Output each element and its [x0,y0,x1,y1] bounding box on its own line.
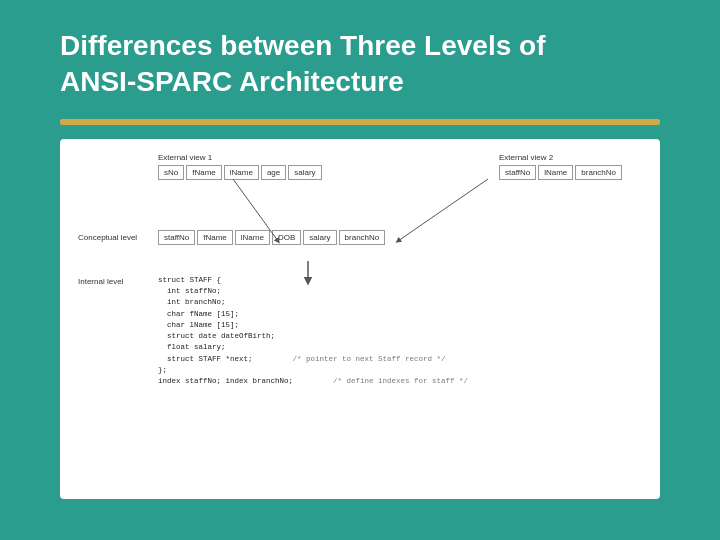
field-fName-c: fName [197,230,233,245]
field-lName: lName [224,165,259,180]
code-line-5: char lName [15]; [158,320,468,331]
code-block: struct STAFF { int staffNo; int branchNo… [158,275,468,388]
gold-bar [60,119,660,125]
ext-view2: External view 2 staffNo lName branchNo [499,153,622,180]
diagram: External view 1 sNo fName lName age sala… [78,153,642,485]
code-line-1: struct STAFF { [158,275,468,286]
ext-view1: External view 1 sNo fName lName age sala… [158,153,322,180]
conceptual-fields: staffNo fName lName DOB salary branchNo [158,230,385,245]
content-box: External view 1 sNo fName lName age sala… [60,139,660,499]
field-staffNo-c: staffNo [158,230,195,245]
field-lName-v2: lName [538,165,573,180]
code-line-7: float salary; [158,342,468,353]
field-branchNo-c: branchNo [339,230,386,245]
code-line-6: struct date dateOfBirth; [158,331,468,342]
internal-row: Internal level struct STAFF { int staffN… [78,275,642,388]
code-line-8: struct STAFF *next; [158,354,253,365]
ext-view1-fields: sNo fName lName age salary [158,165,322,180]
slide-container: Differences between Three Levels of ANSI… [0,0,720,540]
ext-views-row: External view 1 sNo fName lName age sala… [78,153,642,180]
field-fName: fName [186,165,222,180]
field-branchNo-v2: branchNo [575,165,622,180]
title-line1: Differences between Three Levels of [60,30,546,61]
ext-view1-label: External view 1 [158,153,212,162]
field-staffNo-v2: staffNo [499,165,536,180]
arrow-spacer [78,251,642,275]
slide-title: Differences between Three Levels of ANSI… [60,28,660,101]
field-DOB: DOB [272,230,301,245]
ext-view2-label: External view 2 [499,153,553,162]
code-line-10: index staffNo; index branchNo; [158,376,293,387]
field-age: age [261,165,286,180]
ext-view2-fields: staffNo lName branchNo [499,165,622,180]
field-salary-c: salary [303,230,336,245]
code-line-8-row: struct STAFF *next; /* pointer to next S… [158,354,468,365]
code-line-3: int branchNo; [158,297,468,308]
code-comment-2: /* define indexes for staff */ [333,376,468,387]
field-sNo: sNo [158,165,184,180]
title-box: Differences between Three Levels of ANSI… [0,0,720,119]
code-line-4: char fName [15]; [158,309,468,320]
title-line2: ANSI-SPARC Architecture [60,66,404,97]
internal-label: Internal level [78,275,158,286]
conceptual-label: Conceptual level [78,233,158,242]
field-lName-c: lName [235,230,270,245]
code-line-9: }; [158,365,468,376]
code-line-2: int staffNo; [158,286,468,297]
field-salary-v1: salary [288,165,321,180]
code-line-10-row: index staffNo; index branchNo; /* define… [158,376,468,387]
conceptual-row: Conceptual level staffNo fName lName DOB… [78,230,642,245]
code-comment-1: /* pointer to next Staff record */ [293,354,446,365]
